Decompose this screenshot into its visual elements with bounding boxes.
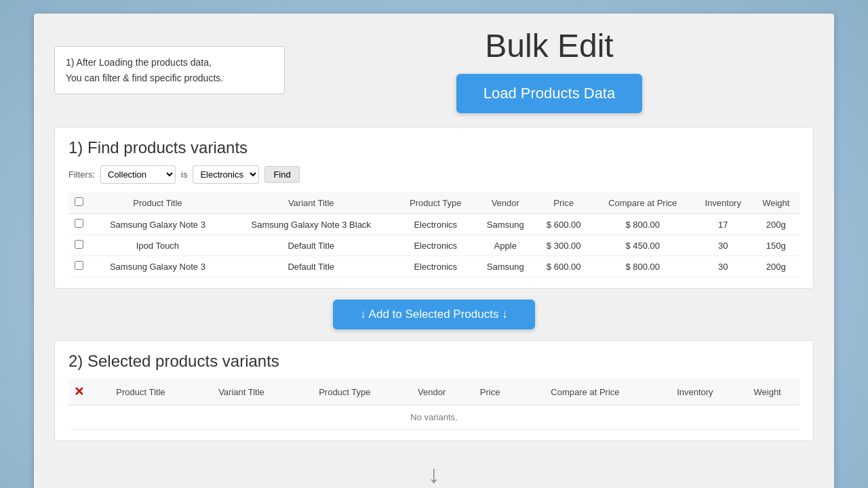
down-arrow-icon: ↓ [428, 460, 440, 488]
find-header-weight: Weight [753, 192, 800, 214]
row1-price: $ 600.00 [536, 214, 592, 235]
add-to-selected-button[interactable]: ↓ Add to Selected Products ↓ [333, 300, 534, 329]
row3-checkbox[interactable] [75, 261, 83, 270]
row3-price: $ 600.00 [536, 256, 592, 277]
main-container: 1) After Loading the products data, You … [34, 14, 834, 488]
row1-product-type: Electronics [396, 214, 475, 235]
row2-product-type: Electronics [396, 235, 475, 256]
row1-product-title: Samsung Galaxy Note 3 [89, 214, 226, 235]
selected-products-table: ✕ Product Title Variant Title Product Ty… [68, 379, 800, 430]
load-products-button[interactable]: Load Products Data [456, 74, 642, 113]
selected-table-header-row: ✕ Product Title Variant Title Product Ty… [68, 379, 800, 405]
row2-checkbox-cell [68, 235, 89, 256]
row1-inventory: 17 [694, 214, 753, 235]
find-header-checkbox [68, 192, 89, 214]
row2-checkbox[interactable] [75, 240, 83, 249]
find-button[interactable]: Find [264, 166, 299, 183]
filters-label: Filters: [68, 169, 95, 180]
selected-header-product-type: Product Type [290, 379, 399, 405]
select-all-checkbox[interactable] [75, 197, 83, 206]
find-header-vendor: Vendor [475, 192, 536, 214]
selected-header-product-title: Product Title [89, 379, 193, 405]
is-label: is [181, 169, 187, 180]
no-variants-row: No variants. [68, 405, 800, 430]
find-header-inventory: Inventory [694, 192, 753, 214]
selected-header-remove: ✕ [68, 379, 89, 405]
find-header-product-title: Product Title [89, 192, 226, 214]
row3-checkbox-cell [68, 256, 89, 277]
filter-value-select[interactable]: Electronics Clothing Books [193, 165, 259, 184]
selected-header-compare-price: Compare at Price [515, 379, 654, 405]
row3-compare-price: $ 800.00 [592, 256, 694, 277]
row3-weight: 200g [753, 256, 800, 277]
row2-compare-price: $ 450.00 [592, 235, 694, 256]
find-header-product-type: Product Type [396, 192, 475, 214]
row2-weight: 150g [753, 235, 800, 256]
filters-row: Filters: Collection Product Type Vendor … [68, 165, 800, 184]
row3-product-title: Samsung Galaxy Note 3 [89, 256, 226, 277]
row1-weight: 200g [753, 214, 800, 235]
find-header-compare-price: Compare at Price [592, 192, 694, 214]
title-area: Bulk Edit Load Products Data [285, 27, 814, 113]
selected-section-title: 2) Selected products variants [68, 352, 800, 371]
row1-checkbox-cell [68, 214, 89, 235]
row3-inventory: 30 [694, 256, 753, 277]
find-section-title: 1) Find products variants [68, 138, 800, 157]
row2-vendor: Apple [475, 235, 536, 256]
selected-header-price: Price [465, 379, 515, 405]
table-row: Ipod Touch Default Title Electronics App… [68, 235, 800, 256]
find-table-header-row: Product Title Variant Title Product Type… [68, 192, 800, 214]
row1-variant-title: Samsung Galaxy Note 3 Black [226, 214, 396, 235]
find-products-section: 1) Find products variants Filters: Colle… [54, 127, 814, 289]
remove-all-icon[interactable]: ✕ [74, 385, 84, 399]
table-row: Samsung Galaxy Note 3 Samsung Galaxy Not… [68, 214, 800, 235]
row2-price: $ 300.00 [536, 235, 592, 256]
table-row: Samsung Galaxy Note 3 Default Title Elec… [68, 256, 800, 277]
page-title: Bulk Edit [285, 27, 814, 64]
filter-by-select[interactable]: Collection Product Type Vendor Tag [100, 165, 176, 184]
find-header-variant-title: Variant Title [226, 192, 396, 214]
find-products-table: Product Title Variant Title Product Type… [68, 192, 800, 277]
row2-variant-title: Default Title [226, 235, 396, 256]
row1-checkbox[interactable] [75, 219, 83, 228]
no-variants-message: No variants. [68, 405, 800, 430]
info-line1: 1) After Loading the products data, [66, 57, 212, 68]
down-arrow-section: ↓ [54, 452, 814, 488]
selected-products-section: 2) Selected products variants ✕ Product … [54, 340, 814, 441]
row2-inventory: 30 [694, 235, 753, 256]
row3-vendor: Samsung [475, 256, 536, 277]
info-line2: You can filter & find specific products. [66, 73, 223, 83]
find-header-price: Price [536, 192, 592, 214]
row3-variant-title: Default Title [226, 256, 396, 277]
row1-compare-price: $ 800.00 [592, 214, 694, 235]
row2-product-title: Ipod Touch [89, 235, 226, 256]
selected-header-variant-title: Variant Title [193, 379, 290, 405]
header-area: 1) After Loading the products data, You … [54, 27, 814, 113]
info-box: 1) After Loading the products data, You … [54, 46, 285, 94]
selected-header-weight: Weight [735, 379, 800, 405]
selected-header-inventory: Inventory [655, 379, 736, 405]
selected-header-vendor: Vendor [399, 379, 464, 405]
row1-vendor: Samsung [475, 214, 536, 235]
row3-product-type: Electronics [396, 256, 475, 277]
